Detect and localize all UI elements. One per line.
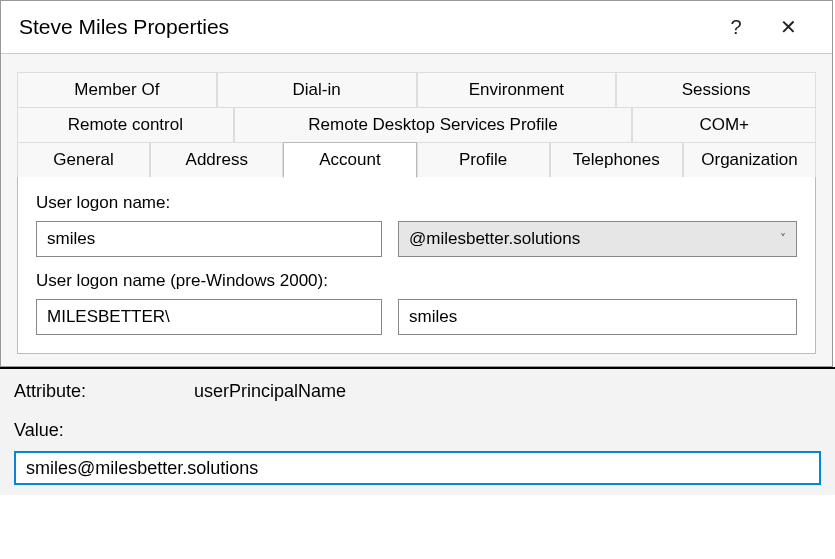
tab-sessions[interactable]: Sessions <box>616 72 816 107</box>
value-label: Value: <box>14 420 821 441</box>
pre-windows-row <box>36 299 797 335</box>
tab-row-3: General Address Account Profile Telephon… <box>17 142 816 178</box>
attribute-label: Attribute: <box>14 381 194 402</box>
tab-account[interactable]: Account <box>283 142 416 178</box>
tab-com-plus[interactable]: COM+ <box>632 107 816 142</box>
pre-domain-input[interactable] <box>36 299 382 335</box>
domain-select-value: @milesbetter.solutions <box>409 229 780 249</box>
close-icon: ✕ <box>780 15 797 39</box>
pre-windows-label: User logon name (pre-Windows 2000): <box>36 271 797 291</box>
chevron-down-icon: ˅ <box>780 232 786 246</box>
tab-row-2: Remote control Remote Desktop Services P… <box>17 107 816 142</box>
help-icon: ? <box>730 16 741 39</box>
tab-remote-control[interactable]: Remote control <box>17 107 234 142</box>
properties-window: Steve Miles Properties ? ✕ Member Of Dia… <box>0 0 833 367</box>
account-panel: User logon name: @milesbetter.solutions … <box>17 177 816 354</box>
tab-general[interactable]: General <box>17 142 150 178</box>
tab-organization[interactable]: Organization <box>683 142 816 178</box>
pre-user-input[interactable] <box>398 299 797 335</box>
close-button[interactable]: ✕ <box>762 11 814 43</box>
tab-address[interactable]: Address <box>150 142 283 178</box>
tab-row-1: Member Of Dial-in Environment Sessions <box>17 72 816 107</box>
logon-name-label: User logon name: <box>36 193 797 213</box>
titlebar: Steve Miles Properties ? ✕ <box>1 1 832 54</box>
tab-member-of[interactable]: Member Of <box>17 72 217 107</box>
attribute-row: Attribute: userPrincipalName <box>14 381 821 402</box>
window-title: Steve Miles Properties <box>19 15 710 39</box>
tab-profile[interactable]: Profile <box>417 142 550 178</box>
logon-row: @milesbetter.solutions ˅ <box>36 221 797 257</box>
tabs-container: Member Of Dial-in Environment Sessions R… <box>17 72 816 354</box>
domain-select[interactable]: @milesbetter.solutions ˅ <box>398 221 797 257</box>
attribute-name: userPrincipalName <box>194 381 346 402</box>
tab-rds-profile[interactable]: Remote Desktop Services Profile <box>234 107 633 142</box>
logon-name-input[interactable] <box>36 221 382 257</box>
tab-dial-in[interactable]: Dial-in <box>217 72 417 107</box>
tab-environment[interactable]: Environment <box>417 72 617 107</box>
tab-telephones[interactable]: Telephones <box>550 142 683 178</box>
content-area: Member Of Dial-in Environment Sessions R… <box>1 54 832 366</box>
help-button[interactable]: ? <box>710 11 762 43</box>
value-input[interactable] <box>14 451 821 485</box>
attribute-panel: Attribute: userPrincipalName Value: <box>0 367 835 495</box>
